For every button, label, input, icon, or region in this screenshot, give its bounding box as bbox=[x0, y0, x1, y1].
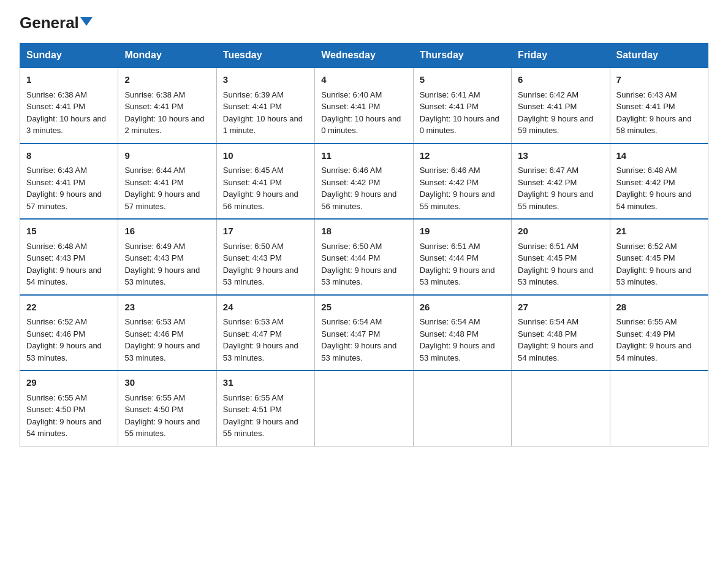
calendar-day-header: Friday bbox=[512, 44, 610, 68]
calendar-day-cell: 2Sunrise: 6:38 AMSunset: 4:41 PMDaylight… bbox=[118, 67, 216, 144]
sunset-label: Sunset: 4:50 PM bbox=[124, 405, 183, 414]
calendar-day-cell: 13Sunrise: 6:47 AMSunset: 4:42 PMDayligh… bbox=[512, 144, 610, 220]
calendar-day-cell: 18Sunrise: 6:50 AMSunset: 4:44 PMDayligh… bbox=[315, 219, 413, 295]
day-number: 23 bbox=[124, 301, 210, 315]
sunrise-label: Sunrise: 6:46 AM bbox=[321, 166, 382, 175]
sunrise-label: Sunrise: 6:52 AM bbox=[616, 242, 677, 251]
day-number: 4 bbox=[321, 73, 406, 87]
sunrise-label: Sunrise: 6:43 AM bbox=[26, 166, 87, 175]
day-number: 17 bbox=[223, 224, 308, 239]
day-number: 10 bbox=[223, 149, 308, 163]
day-number: 8 bbox=[26, 149, 112, 163]
sunset-label: Sunset: 4:47 PM bbox=[223, 329, 282, 339]
calendar-week-row: 22Sunrise: 6:52 AMSunset: 4:46 PMDayligh… bbox=[20, 295, 708, 371]
sunrise-label: Sunrise: 6:48 AM bbox=[26, 242, 87, 251]
sunset-label: Sunset: 4:42 PM bbox=[321, 178, 380, 187]
sunset-label: Sunset: 4:45 PM bbox=[518, 253, 577, 262]
calendar-day-cell bbox=[315, 370, 413, 446]
day-number: 24 bbox=[223, 301, 308, 315]
calendar-header-row: SundayMondayTuesdayWednesdayThursdayFrid… bbox=[20, 44, 708, 68]
sunset-label: Sunset: 4:43 PM bbox=[26, 253, 85, 262]
sunrise-label: Sunrise: 6:51 AM bbox=[420, 242, 480, 251]
daylight-label: Daylight: 9 hours and 57 minutes. bbox=[124, 190, 200, 211]
daylight-label: Daylight: 10 hours and 0 minutes. bbox=[321, 114, 401, 136]
calendar-day-cell: 10Sunrise: 6:45 AMSunset: 4:41 PMDayligh… bbox=[216, 144, 314, 220]
day-number: 30 bbox=[124, 376, 210, 390]
calendar-day-cell: 7Sunrise: 6:43 AMSunset: 4:41 PMDaylight… bbox=[610, 67, 708, 144]
calendar-day-cell: 25Sunrise: 6:54 AMSunset: 4:47 PMDayligh… bbox=[315, 295, 413, 371]
sunrise-label: Sunrise: 6:40 AM bbox=[321, 90, 382, 99]
sunrise-label: Sunrise: 6:54 AM bbox=[321, 317, 382, 326]
daylight-label: Daylight: 9 hours and 58 minutes. bbox=[616, 114, 692, 136]
calendar-day-cell: 21Sunrise: 6:52 AMSunset: 4:45 PMDayligh… bbox=[610, 219, 708, 295]
calendar-day-cell: 17Sunrise: 6:50 AMSunset: 4:43 PMDayligh… bbox=[216, 219, 314, 295]
sunset-label: Sunset: 4:41 PM bbox=[518, 102, 577, 111]
daylight-label: Daylight: 9 hours and 53 minutes. bbox=[321, 341, 396, 362]
day-number: 14 bbox=[616, 149, 702, 163]
sunrise-label: Sunrise: 6:53 AM bbox=[223, 317, 284, 326]
sunrise-label: Sunrise: 6:48 AM bbox=[616, 166, 677, 175]
daylight-label: Daylight: 10 hours and 2 minutes. bbox=[124, 114, 204, 136]
sunrise-label: Sunrise: 6:38 AM bbox=[26, 90, 87, 99]
daylight-label: Daylight: 9 hours and 54 minutes. bbox=[616, 341, 692, 362]
calendar-day-header: Thursday bbox=[413, 44, 511, 68]
sunset-label: Sunset: 4:42 PM bbox=[616, 178, 675, 187]
day-number: 3 bbox=[223, 73, 308, 87]
calendar-day-cell: 15Sunrise: 6:48 AMSunset: 4:43 PMDayligh… bbox=[20, 219, 118, 295]
sunset-label: Sunset: 4:46 PM bbox=[124, 329, 183, 339]
calendar-day-header: Sunday bbox=[20, 44, 118, 68]
calendar-day-cell: 27Sunrise: 6:54 AMSunset: 4:48 PMDayligh… bbox=[512, 295, 610, 371]
calendar-day-cell: 16Sunrise: 6:49 AMSunset: 4:43 PMDayligh… bbox=[118, 219, 216, 295]
daylight-label: Daylight: 9 hours and 53 minutes. bbox=[124, 341, 200, 362]
day-number: 1 bbox=[26, 73, 112, 87]
day-number: 2 bbox=[124, 73, 210, 87]
day-number: 11 bbox=[321, 149, 406, 163]
sunset-label: Sunset: 4:48 PM bbox=[420, 329, 479, 339]
calendar-day-header: Tuesday bbox=[216, 44, 314, 68]
sunset-label: Sunset: 4:43 PM bbox=[223, 253, 282, 262]
daylight-label: Daylight: 9 hours and 53 minutes. bbox=[124, 266, 200, 287]
sunset-label: Sunset: 4:41 PM bbox=[26, 178, 85, 187]
sunset-label: Sunset: 4:49 PM bbox=[616, 329, 675, 339]
sunrise-label: Sunrise: 6:38 AM bbox=[124, 90, 185, 99]
sunrise-label: Sunrise: 6:55 AM bbox=[26, 393, 87, 402]
calendar-day-cell: 4Sunrise: 6:40 AMSunset: 4:41 PMDaylight… bbox=[315, 67, 413, 144]
day-number: 28 bbox=[616, 301, 702, 315]
calendar-day-cell: 19Sunrise: 6:51 AMSunset: 4:44 PMDayligh… bbox=[413, 219, 511, 295]
daylight-label: Daylight: 9 hours and 54 minutes. bbox=[26, 266, 102, 287]
daylight-label: Daylight: 9 hours and 55 minutes. bbox=[420, 190, 495, 211]
sunrise-label: Sunrise: 6:42 AM bbox=[518, 90, 578, 99]
daylight-label: Daylight: 9 hours and 54 minutes. bbox=[518, 341, 593, 362]
day-number: 7 bbox=[616, 73, 702, 87]
sunrise-label: Sunrise: 6:41 AM bbox=[420, 90, 480, 99]
logo: General bbox=[20, 15, 93, 32]
daylight-label: Daylight: 9 hours and 54 minutes. bbox=[616, 190, 692, 211]
calendar-day-cell: 20Sunrise: 6:51 AMSunset: 4:45 PMDayligh… bbox=[512, 219, 610, 295]
daylight-label: Daylight: 9 hours and 53 minutes. bbox=[518, 266, 593, 287]
day-number: 5 bbox=[420, 73, 505, 87]
daylight-label: Daylight: 9 hours and 56 minutes. bbox=[321, 190, 396, 211]
sunrise-label: Sunrise: 6:55 AM bbox=[223, 393, 284, 402]
sunset-label: Sunset: 4:41 PM bbox=[321, 102, 380, 111]
calendar-day-cell: 28Sunrise: 6:55 AMSunset: 4:49 PMDayligh… bbox=[610, 295, 708, 371]
sunset-label: Sunset: 4:41 PM bbox=[223, 102, 282, 111]
sunset-label: Sunset: 4:46 PM bbox=[26, 329, 85, 339]
daylight-label: Daylight: 9 hours and 53 minutes. bbox=[420, 341, 495, 362]
sunrise-label: Sunrise: 6:51 AM bbox=[518, 242, 578, 251]
daylight-label: Daylight: 9 hours and 53 minutes. bbox=[223, 266, 298, 287]
sunrise-label: Sunrise: 6:50 AM bbox=[321, 242, 382, 251]
daylight-label: Daylight: 9 hours and 55 minutes. bbox=[223, 417, 298, 439]
day-number: 27 bbox=[518, 301, 603, 315]
sunrise-label: Sunrise: 6:43 AM bbox=[616, 90, 677, 99]
sunrise-label: Sunrise: 6:52 AM bbox=[26, 317, 87, 326]
calendar-week-row: 1Sunrise: 6:38 AMSunset: 4:41 PMDaylight… bbox=[20, 67, 708, 144]
daylight-label: Daylight: 9 hours and 55 minutes. bbox=[518, 190, 593, 211]
day-number: 20 bbox=[518, 224, 603, 239]
sunset-label: Sunset: 4:41 PM bbox=[223, 178, 282, 187]
sunrise-label: Sunrise: 6:49 AM bbox=[124, 242, 185, 251]
day-number: 29 bbox=[26, 376, 112, 390]
day-number: 6 bbox=[518, 73, 603, 87]
day-number: 31 bbox=[223, 376, 308, 390]
calendar-day-cell: 22Sunrise: 6:52 AMSunset: 4:46 PMDayligh… bbox=[20, 295, 118, 371]
calendar-week-row: 8Sunrise: 6:43 AMSunset: 4:41 PMDaylight… bbox=[20, 144, 708, 220]
